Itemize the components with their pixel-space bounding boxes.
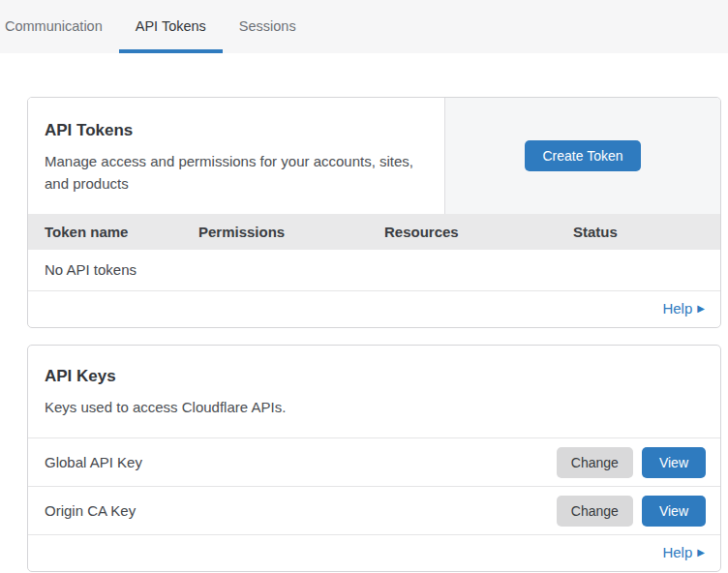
- keys-help-row: Help ▶: [28, 535, 720, 571]
- api-tokens-card-header: API Tokens Manage access and permissions…: [28, 98, 720, 214]
- tab-sessions[interactable]: Sessions: [223, 2, 313, 53]
- keys-help-label: Help: [662, 544, 692, 560]
- column-header-token-name: Token name: [28, 214, 182, 250]
- global-api-key-row: Global API Key Change View: [28, 438, 720, 487]
- keys-help-link[interactable]: Help ▶: [662, 544, 705, 560]
- global-api-key-view-button[interactable]: View: [642, 447, 706, 478]
- api-keys-card: API Keys Keys used to access Cloudflare …: [27, 345, 721, 572]
- tokens-table-header: Token name Permissions Resources Status: [28, 214, 720, 250]
- global-api-key-label: Global API Key: [45, 454, 557, 470]
- origin-ca-key-change-button[interactable]: Change: [557, 496, 633, 527]
- chevron-right-icon: ▶: [697, 304, 705, 314]
- api-tokens-description: Manage access and permissions for your a…: [45, 150, 425, 195]
- api-keys-description: Keys used to access Cloudflare APIs.: [45, 396, 432, 418]
- origin-ca-key-label: Origin CA Key: [45, 502, 557, 519]
- tokens-help-link[interactable]: Help ▶: [662, 300, 705, 317]
- tab-communication[interactable]: Communication: [5, 2, 119, 53]
- tokens-help-row: Help ▶: [28, 291, 720, 327]
- tab-api-tokens[interactable]: API Tokens: [119, 2, 223, 53]
- api-tokens-card: API Tokens Manage access and permissions…: [27, 97, 721, 328]
- api-tokens-title: API Tokens: [45, 121, 425, 140]
- origin-ca-key-row: Origin CA Key Change View: [28, 487, 720, 535]
- create-token-button[interactable]: Create Token: [525, 140, 640, 171]
- api-keys-card-header: API Keys Keys used to access Cloudflare …: [28, 346, 720, 438]
- page-content: API Tokens Manage access and permissions…: [0, 53, 728, 572]
- column-header-resources: Resources: [368, 214, 557, 250]
- chevron-right-icon: ▶: [697, 548, 705, 558]
- api-tokens-action-panel: Create Token: [444, 98, 720, 214]
- api-tokens-header-text: API Tokens Manage access and permissions…: [28, 98, 444, 214]
- api-keys-title: API Keys: [45, 367, 701, 386]
- settings-tab-bar: Communication API Tokens Sessions: [0, 0, 728, 53]
- column-header-permissions: Permissions: [182, 214, 368, 250]
- origin-ca-key-view-button[interactable]: View: [642, 496, 706, 527]
- global-api-key-change-button[interactable]: Change: [557, 447, 633, 478]
- tokens-help-label: Help: [662, 300, 692, 317]
- tokens-empty-state: No API tokens: [28, 250, 720, 291]
- column-header-status: Status: [557, 214, 720, 250]
